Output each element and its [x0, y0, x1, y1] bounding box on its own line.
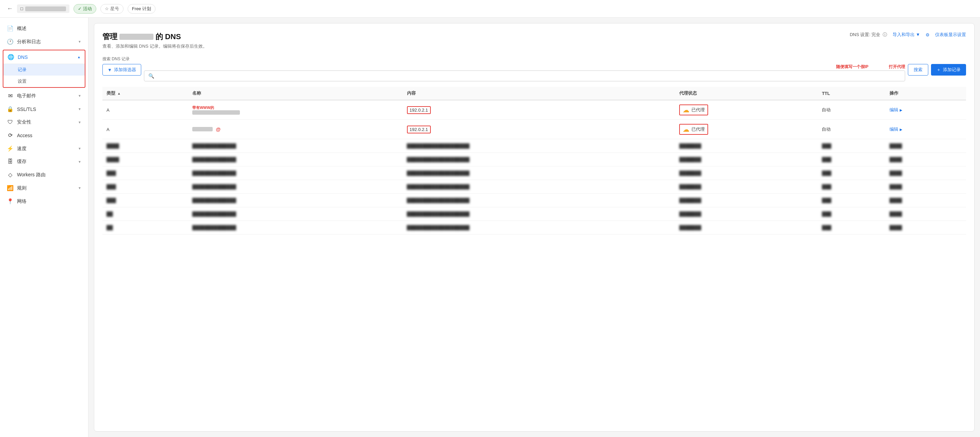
sidebar-item-access[interactable]: ⟳ Access — [0, 129, 88, 142]
table-row: A @ 192.0.2.1 ☁ 已代理 — [102, 120, 966, 139]
col-name: 名称 — [188, 87, 403, 100]
domain-icon: □ — [21, 6, 23, 11]
cell-ttl: ███ — [818, 221, 885, 234]
ssl-icon: 🔒 — [7, 106, 14, 112]
cell-name: 带有WWW的 — [188, 100, 403, 120]
chevron-down-icon: ▼ — [78, 186, 81, 190]
dropdown-icon: ▼ — [916, 32, 920, 37]
title-domain — [119, 34, 153, 40]
chevron-down-icon: ▼ — [78, 94, 81, 98]
search-button[interactable]: 搜索 — [908, 64, 928, 75]
access-icon: ⟳ — [7, 132, 14, 139]
rules-icon: 📶 — [7, 185, 14, 191]
plus-icon: ＋ — [937, 67, 941, 73]
cell-content: 192.0.2.1 — [403, 120, 675, 139]
dns-settings-label: DNS 设置: 完全 — [850, 32, 880, 38]
cell-proxy: ███████ — [675, 221, 818, 234]
cell-proxy: ███████ — [675, 166, 818, 180]
search-input[interactable] — [157, 73, 901, 79]
cell-content: ████████████████████ — [403, 153, 675, 166]
proxy-label: 已代理 — [692, 107, 705, 113]
sidebar-label-security: 安全性 — [17, 119, 31, 125]
sidebar-item-ssl[interactable]: 🔒 SSL/TLS ▼ — [0, 102, 88, 116]
cell-proxy: ☁ 已代理 — [675, 120, 818, 139]
dashboard-settings-link[interactable]: 仪表板显示设置 — [935, 32, 966, 38]
cell-content: ████████████████████ — [403, 207, 675, 221]
cell-name: ██████████████ — [188, 207, 403, 221]
filter-button[interactable]: ▼ 添加筛选器 — [102, 64, 141, 75]
cell-name: @ — [188, 120, 403, 139]
page-title: 管理 的 DNS — [102, 32, 207, 42]
dns-records-label: 记录 — [18, 67, 27, 72]
chevron-up-icon: ▲ — [77, 55, 81, 59]
cloud-proxied-icon: ☁ — [682, 125, 689, 133]
topbar: ← □ ✓ 活动 ☆ 星号 Free 计划 — [0, 0, 980, 18]
sidebar-item-analytics[interactable]: 🕐 分析和日志 ▼ — [0, 35, 88, 48]
sidebar: 📄 概述 🕐 分析和日志 ▼ 🌐 DNS ▲ 记录 设置 ✉ 电子邮 — [0, 18, 89, 437]
annotation-open-proxy: 打开代理 — [889, 64, 905, 70]
table-header: 类型 ▲ 名称 内容 代理状态 TTL — [102, 87, 966, 100]
proxy-status: ☁ 已代理 — [679, 104, 708, 115]
record-name — [192, 110, 240, 115]
cell-proxy: ███████ — [675, 153, 818, 166]
dns-table: 类型 ▲ 名称 内容 代理状态 TTL — [102, 87, 966, 234]
cell-content: ████████████████████ — [403, 166, 675, 180]
cell-action: ████ — [885, 166, 966, 180]
cell-ttl: 自动 — [818, 120, 885, 139]
sort-icon: ▲ — [118, 92, 121, 95]
record-name — [192, 127, 213, 131]
sidebar-item-network[interactable]: 📍 网络 — [0, 195, 88, 208]
title-suffix: 的 DNS — [156, 32, 181, 42]
add-record-button[interactable]: ＋ 添加记录 — [931, 64, 966, 75]
search-input-wrap[interactable]: 🔍 — [144, 70, 905, 81]
cell-action[interactable]: 编辑 ▶ — [885, 100, 966, 120]
sidebar-item-speed[interactable]: ⚡ 速度 ▼ — [0, 142, 88, 155]
cell-name: ██████████████ — [188, 139, 403, 153]
proxy-status: ☁ 已代理 — [679, 124, 708, 135]
filter-label: 添加筛选器 — [114, 67, 136, 73]
back-button[interactable]: ← — [7, 5, 13, 12]
dns-settings-label: 设置 — [18, 79, 27, 84]
free-plan-badge[interactable]: Free 计划 — [127, 4, 156, 14]
cell-content: ████████████████████ — [403, 194, 675, 207]
cell-ttl: ███ — [818, 153, 885, 166]
overview-icon: 📄 — [7, 25, 14, 32]
col-content: 内容 — [403, 87, 675, 100]
cache-icon: 🗄 — [7, 159, 14, 165]
import-export-link[interactable]: 导入和导出 ▼ — [892, 32, 920, 38]
edit-link[interactable]: 编辑 — [889, 107, 898, 112]
sidebar-item-workers[interactable]: ◇ Workers 路由 — [0, 168, 88, 182]
sidebar-item-dns-settings[interactable]: 设置 — [3, 75, 85, 87]
table-row: ████ ██████████████ ████████████████████… — [102, 139, 966, 153]
cell-name: ██████████████ — [188, 180, 403, 194]
edit-arrow-icon: ▶ — [900, 108, 902, 112]
star-badge[interactable]: ☆ 星号 — [100, 4, 124, 14]
cell-action: ████ — [885, 180, 966, 194]
sidebar-item-overview[interactable]: 📄 概述 — [0, 22, 88, 35]
domain-selector[interactable]: □ — [17, 5, 69, 13]
chevron-down-icon: ▼ — [78, 121, 81, 124]
sidebar-item-email[interactable]: ✉ 电子邮件 ▼ — [0, 89, 88, 102]
chevron-down-icon: ▼ — [78, 40, 81, 43]
title-prefix: 管理 — [102, 32, 118, 42]
cell-action: ████ — [885, 153, 966, 166]
cell-action: ████ — [885, 194, 966, 207]
cell-name: ██████████████ — [188, 221, 403, 234]
cell-content: ████████████████████ — [403, 221, 675, 234]
chevron-down-icon: ▼ — [78, 107, 81, 111]
sidebar-item-dns[interactable]: 🌐 DNS ▲ — [3, 50, 85, 64]
sidebar-item-cache[interactable]: 🗄 缓存 ▼ — [0, 155, 88, 168]
cell-action[interactable]: 编辑 ▶ — [885, 120, 966, 139]
cell-proxy: ███████ — [675, 194, 818, 207]
cell-content: ████████████████████ — [403, 180, 675, 194]
cell-proxy: ███████ — [675, 180, 818, 194]
dns-icon: 🌐 — [8, 54, 14, 60]
cell-type: ██ — [102, 221, 188, 234]
chevron-down-icon: ▼ — [78, 160, 81, 164]
sidebar-item-security[interactable]: 🛡 安全性 ▼ — [0, 116, 88, 129]
edit-arrow-icon: ▶ — [900, 128, 902, 131]
sidebar-item-rules[interactable]: 📶 规则 ▼ — [0, 182, 88, 195]
sidebar-item-dns-records[interactable]: 记录 — [3, 64, 85, 75]
sidebar-label-ssl: SSL/TLS — [17, 107, 36, 112]
edit-link[interactable]: 编辑 — [889, 127, 898, 132]
